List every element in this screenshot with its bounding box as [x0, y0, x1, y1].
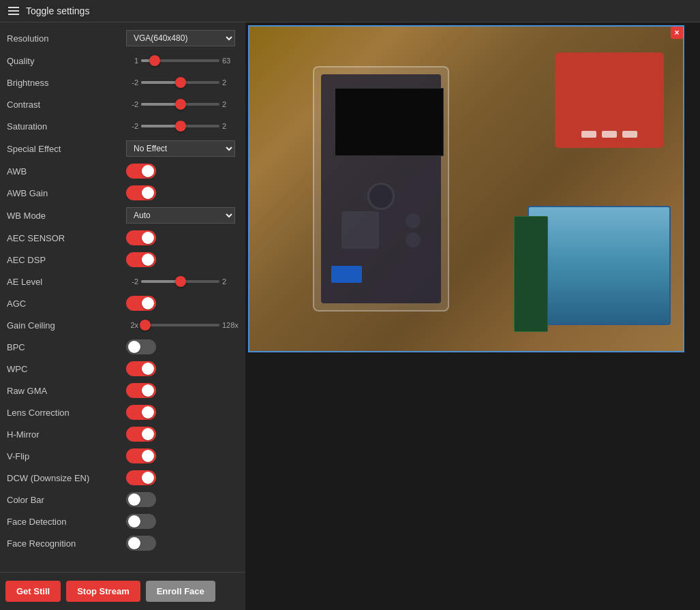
- resolution-row: Resolution VGA(640x480) UXGA(1600x1200) …: [5, 27, 240, 50]
- awb-gain-toggle[interactable]: [126, 185, 156, 200]
- stream-image: [248, 25, 684, 352]
- enroll-face-button[interactable]: Enroll Face: [146, 581, 215, 602]
- special-effect-control: No Effect Negative Grayscale Red Tint Gr…: [126, 140, 239, 157]
- brightness-control: -2 2: [126, 78, 239, 87]
- aec-sensor-label: AEC SENSOR: [7, 233, 126, 243]
- action-btn-2: [406, 232, 421, 247]
- contrast-min: -2: [126, 100, 138, 108]
- saturation-slider-container: -2 2: [126, 122, 239, 130]
- aec-dsp-control: [126, 252, 239, 267]
- brightness-slider-container: -2 2: [126, 78, 239, 87]
- contrast-slider[interactable]: [141, 103, 219, 106]
- special-effect-row: Special Effect No Effect Negative Graysc…: [5, 137, 240, 160]
- action-buttons: [406, 213, 421, 247]
- stream-background: [248, 25, 684, 352]
- face-recognition-row: Face Recognition: [5, 532, 240, 554]
- awb-gain-row: AWB Gain: [5, 182, 240, 204]
- awb-row: AWB: [5, 160, 240, 182]
- raw-gma-row: Raw GMA: [5, 380, 240, 401]
- contrast-max: 2: [222, 100, 239, 108]
- color-bar-label: Color Bar: [7, 495, 126, 505]
- wpc-label: WPC: [7, 364, 126, 374]
- gain-ceiling-min: 2x: [126, 321, 138, 329]
- redbox-btn-1: [581, 131, 596, 138]
- saturation-max: 2: [222, 122, 239, 130]
- bpc-toggle[interactable]: [126, 339, 156, 354]
- agc-row: AGC: [5, 292, 240, 314]
- gain-ceiling-label: Gain Ceiling: [7, 320, 126, 331]
- face-recognition-toggle[interactable]: [126, 536, 156, 551]
- quality-min: 1: [126, 57, 138, 65]
- v-flip-toggle[interactable]: [126, 448, 156, 463]
- v-flip-label: V-Flip: [7, 451, 126, 461]
- awb-gain-label: AWB Gain: [7, 188, 126, 198]
- raw-gma-toggle[interactable]: [126, 383, 156, 398]
- quality-label: Quality: [7, 56, 126, 66]
- gain-ceiling-slider[interactable]: [141, 324, 219, 326]
- handheld-inner: [321, 74, 441, 303]
- brightness-label: Brightness: [7, 78, 126, 88]
- face-recognition-control: [126, 536, 239, 551]
- wb-mode-select[interactable]: Auto Sunny Cloudy Office Home: [126, 207, 235, 224]
- gain-ceiling-row: Gain Ceiling 2x 128x: [5, 314, 240, 336]
- stop-stream-button[interactable]: Stop Stream: [66, 581, 140, 602]
- settings-panel: Resolution VGA(640x480) UXGA(1600x1200) …: [0, 22, 245, 610]
- dcw-toggle-knob: [142, 472, 154, 484]
- aec-dsp-toggle[interactable]: [126, 252, 156, 267]
- saturation-row: Saturation -2 2: [5, 115, 240, 137]
- menu-button[interactable]: [8, 7, 19, 15]
- dcw-label: DCW (Downsize EN): [7, 473, 126, 483]
- dpad: [341, 211, 379, 249]
- h-mirror-toggle[interactable]: [126, 427, 156, 442]
- agc-control: [126, 296, 239, 311]
- gain-ceiling-control: 2x 128x: [126, 321, 239, 329]
- quality-slider[interactable]: [141, 59, 219, 62]
- ae-level-slider[interactable]: [141, 280, 219, 283]
- dcw-toggle[interactable]: [126, 470, 156, 485]
- lens-correction-toggle[interactable]: [126, 405, 156, 420]
- wb-mode-control: Auto Sunny Cloudy Office Home: [126, 207, 239, 224]
- saturation-slider[interactable]: [141, 125, 219, 127]
- wpc-toggle[interactable]: [126, 361, 156, 376]
- redbox-btn-3: [622, 131, 637, 138]
- ae-level-max: 2: [222, 277, 239, 286]
- get-still-button[interactable]: Get Still: [5, 581, 61, 602]
- resolution-select[interactable]: VGA(640x480) UXGA(1600x1200) SXGA(1280x1…: [126, 30, 235, 46]
- saturation-label: Saturation: [7, 121, 126, 132]
- face-detection-toggle-knob: [128, 515, 140, 528]
- close-stream-button[interactable]: ×: [671, 27, 683, 39]
- brightness-slider[interactable]: [141, 81, 219, 84]
- color-bar-control: [126, 492, 239, 507]
- face-detection-label: Face Detection: [7, 517, 126, 527]
- h-mirror-label: H-Mirror: [7, 429, 126, 440]
- face-detection-toggle[interactable]: [126, 514, 156, 529]
- special-effect-select[interactable]: No Effect Negative Grayscale Red Tint Gr…: [126, 140, 235, 157]
- ae-level-slider-container: -2 2: [126, 277, 239, 286]
- small-screen-device: [528, 206, 671, 325]
- aec-dsp-row: AEC DSP: [5, 249, 240, 271]
- wb-mode-label: WB Mode: [7, 211, 126, 221]
- aec-sensor-toggle[interactable]: [126, 230, 156, 245]
- awb-toggle[interactable]: [126, 164, 156, 179]
- quality-slider-container: 1 63: [126, 57, 239, 65]
- saturation-control: -2 2: [126, 122, 239, 130]
- resolution-label: Resolution: [7, 33, 126, 44]
- agc-toggle[interactable]: [126, 296, 156, 311]
- dcw-row: DCW (Downsize EN): [5, 467, 240, 489]
- wpc-control: [126, 361, 239, 376]
- handheld-screen: [335, 88, 444, 156]
- resolution-control: VGA(640x480) UXGA(1600x1200) SXGA(1280x1…: [126, 30, 239, 46]
- ae-level-min: -2: [126, 277, 138, 286]
- bpc-row: BPC: [5, 336, 240, 358]
- bpc-toggle-knob: [128, 341, 140, 353]
- wpc-toggle-knob: [142, 363, 154, 375]
- ae-level-control: -2 2: [126, 277, 239, 286]
- stream-panel: ×: [245, 22, 700, 610]
- agc-label: AGC: [7, 299, 126, 309]
- color-bar-toggle[interactable]: [126, 492, 156, 507]
- agc-toggle-knob: [142, 297, 154, 309]
- contrast-slider-container: -2 2: [126, 100, 239, 108]
- lens-correction-label: Lens Correction: [7, 408, 126, 418]
- lens-correction-control: [126, 405, 239, 420]
- contrast-label: Contrast: [7, 100, 126, 110]
